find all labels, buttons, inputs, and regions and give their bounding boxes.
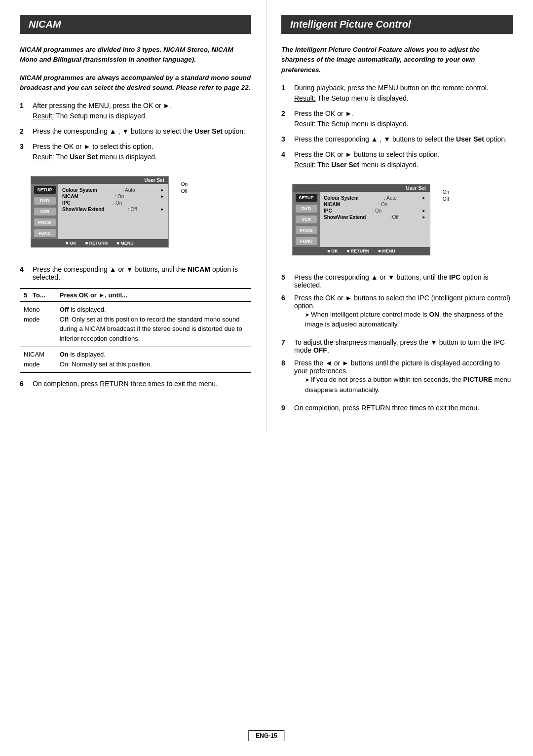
ipc-step6-note: When intelligent picture control mode is… xyxy=(294,310,513,330)
page-footer: ENG-15 xyxy=(248,730,284,741)
nicam-intro1: NICAM programmes are divided into 3 type… xyxy=(20,45,251,65)
table-col1-header: 5 To... xyxy=(20,288,56,302)
ipc-section: Intelligent Picture Control The Intellig… xyxy=(266,0,533,432)
nicam-step5-table: 5 To... Press OK or ►, until... Mono mod… xyxy=(20,288,251,373)
table-row: Mono mode Off is displayed. Off: Only se… xyxy=(20,302,251,347)
ipc-step-4: 4 Press the OK or ► buttons to select th… xyxy=(281,149,513,170)
ipc-step-6: 6 Press the OK or ► buttons to select th… xyxy=(281,294,513,334)
ipc-steps: 1 During playback, press the MENU button… xyxy=(281,83,513,170)
nicam-menu-screenshot: User Set SETUP DVD VCR PROG FUNC Colour … xyxy=(20,169,169,256)
table-col2-header: Press OK or ►, until... xyxy=(56,288,251,302)
ipc-step-8: 8 Press the ◄ or ► buttons until the pic… xyxy=(281,359,513,399)
nicam-step-2: 2 Press the corresponding ▲ , ▼ buttons … xyxy=(20,126,251,137)
nicam-steps: 1 After pressing the MENU, press the OK … xyxy=(20,101,251,162)
page: NICAM NICAM programmes are divided into … xyxy=(0,0,533,756)
page-number: ENG-15 xyxy=(248,730,284,741)
nicam-step-1: 1 After pressing the MENU, press the OK … xyxy=(20,101,251,121)
ipc-step-2: 2 Press the OK or ►. Result: The Setup m… xyxy=(281,108,513,129)
nicam-step-3: 3 Press the OK or ► to select this optio… xyxy=(20,142,251,162)
nicam-step-4: 4 Press the corresponding ▲ or ▼ buttons… xyxy=(20,265,251,281)
ipc-step8-note: If you do not press a button within ten … xyxy=(294,375,513,395)
nicam-header: NICAM xyxy=(20,15,251,34)
nicam-step-4-wrapper: 4 Press the corresponding ▲ or ▼ buttons… xyxy=(20,265,251,281)
ipc-header: Intelligent Picture Control xyxy=(281,15,513,34)
nicam-step-6: 6 On completion, press RETURN three time… xyxy=(20,380,251,388)
ipc-step-7: 7 To adjust the sharpness manually, pres… xyxy=(281,338,513,354)
ipc-menu-on-off-label: OnOff xyxy=(443,189,449,203)
nicam-intro2: NICAM programmes are always accompanied … xyxy=(20,73,251,93)
nicam-section: NICAM NICAM programmes are divided into … xyxy=(0,0,266,432)
menu-on-off-label: OnOff xyxy=(181,181,188,195)
ipc-step-5: 5 Press the corresponding ▲ or ▼ buttons… xyxy=(281,273,513,289)
ipc-menu-screenshot: User Set SETUP DVD VCR PROG FUNC Colour … xyxy=(281,177,430,264)
ipc-step-3: 3 Press the corresponding ▲ , ▼ buttons … xyxy=(281,134,513,144)
ipc-step-1: 1 During playback, press the MENU button… xyxy=(281,83,513,104)
table-row: NICAM mode On is displayed. On: Normally… xyxy=(20,347,251,373)
ipc-step-9: 9 On completion, press RETURN three time… xyxy=(281,404,513,412)
ipc-intro: The Intelligent Picture Control Feature … xyxy=(281,45,513,75)
